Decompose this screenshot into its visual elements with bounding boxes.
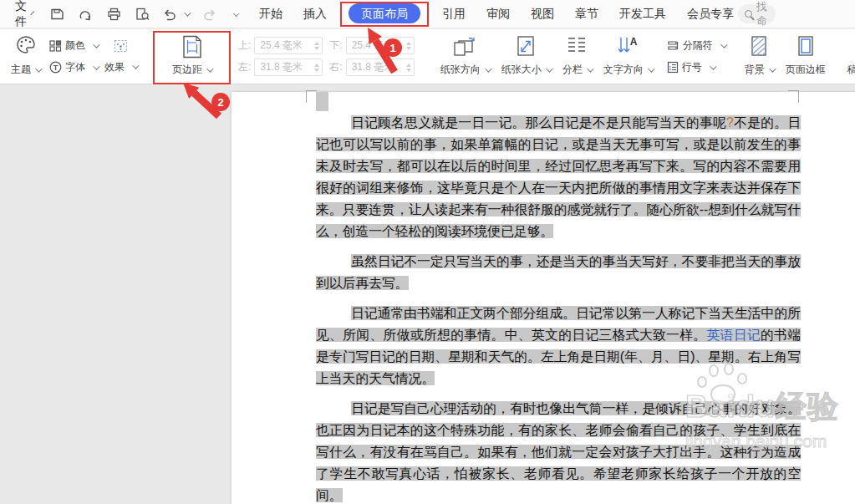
chevron-down-icon[interactable] xyxy=(30,11,34,15)
effects-label: 效果 xyxy=(104,60,125,74)
line-numbers-icon: 1 xyxy=(667,61,679,74)
columns-label: 分栏 xyxy=(562,63,583,77)
chevron-down-icon xyxy=(587,65,593,72)
tab-section[interactable]: 章节 xyxy=(571,3,603,25)
tab-member[interactable]: 会员专享 xyxy=(683,3,738,25)
line-numbers-label: 行号 xyxy=(682,60,702,74)
command-search[interactable]: 查找命令... xyxy=(738,4,776,23)
chevron-down-icon xyxy=(769,65,776,72)
undo-icon[interactable] xyxy=(162,6,179,23)
text-direction-icon: A xyxy=(616,35,639,57)
chevron-down-icon xyxy=(648,65,654,72)
ribbon: 主题 颜色 T 字体 效果 页边距 上: xyxy=(0,29,855,84)
colors-label: 颜色 xyxy=(65,38,85,53)
margin-left-label: 左: xyxy=(238,60,251,74)
text-direction-button[interactable]: A 文字方向 xyxy=(598,31,659,82)
page-border-icon xyxy=(796,35,815,57)
columns-button[interactable]: 分栏 xyxy=(557,31,598,82)
background-icon xyxy=(750,35,768,57)
selected-text: 日记是写自己心理活动的，有时也像出气筒一样，是倾诉自己心事的好对象。也正因为日记… xyxy=(316,401,801,502)
margin-bottom-label: 下: xyxy=(329,38,342,53)
theme-button[interactable]: 主题 xyxy=(5,31,46,82)
paper-orientation-icon xyxy=(452,35,477,57)
search-icon xyxy=(745,10,752,18)
paper-size-icon xyxy=(516,35,536,57)
margin-field-left: 左: 31.8 毫米 xyxy=(238,59,323,76)
stepper-icon xyxy=(406,64,411,72)
paper-size-button[interactable]: 纸张大小 xyxy=(496,31,557,82)
paragraph[interactable]: 日记是写自己心理活动的，有时也像出气筒一样，是倾诉自己心事的好对象。也正因为日记… xyxy=(316,398,801,504)
chevron-down-icon xyxy=(93,63,99,69)
breaks-group: 分隔符 1 行号 xyxy=(664,31,729,82)
paper-orientation-label: 纸张方向 xyxy=(440,63,481,77)
grid-paper-label: 稿纸设置 xyxy=(847,63,855,77)
tab-review[interactable]: 审阅 xyxy=(482,3,514,25)
fonts-label: 字体 xyxy=(65,60,85,74)
chevron-down-icon xyxy=(93,41,99,48)
margins-button[interactable]: 页边距 xyxy=(152,31,232,82)
chevron-down-icon xyxy=(35,65,42,72)
font-icon: T xyxy=(49,61,62,74)
line-numbers-button[interactable]: 1 行号 xyxy=(667,60,725,74)
page-border-button[interactable]: 页面边框 xyxy=(780,31,832,82)
tab-page-layout[interactable]: 页面布局 xyxy=(349,3,420,23)
print-preview-icon[interactable] xyxy=(134,6,150,23)
breaks-button[interactable]: 分隔符 xyxy=(667,38,725,53)
margins-icon xyxy=(182,35,202,59)
paragraph[interactable]: 日记通常由书端和正文两个部分组成。日记常以第一人称记下当天生活中的所见、所闻、所… xyxy=(316,303,801,389)
hyperlink[interactable]: 英语日记 xyxy=(706,328,760,342)
colors-button[interactable]: 颜色 xyxy=(49,38,98,53)
tab-view[interactable]: 视图 xyxy=(527,3,558,25)
margin-field-right: 右: 31.8 毫米 xyxy=(329,59,414,76)
paragraph[interactable]: 虽然日记不一定只写当天的事，还是当天的事当天写好，不要非把当天的事放到以后再去写… xyxy=(316,251,801,294)
tab-home[interactable]: 开始 xyxy=(255,3,287,25)
selection-stub xyxy=(316,92,328,111)
margin-top-label: 上: xyxy=(238,38,251,53)
document-text[interactable]: 日记顾名思义就是一日一记。那么日记是不是只能写当天的事呢?不是的。日记也可以写以… xyxy=(316,112,801,504)
selected-text: 日记顾名思义就是一日一记。那么日记是不是只能写当天的事呢 xyxy=(351,115,726,130)
paragraph[interactable]: 日记顾名思义就是一日一记。那么日记是不是只能写当天的事呢?不是的。日记也可以写以… xyxy=(316,112,801,242)
annotation-badge-2: 2 xyxy=(211,93,230,111)
annotation-badge-1: 1 xyxy=(384,38,402,57)
stepper-icon xyxy=(314,42,319,50)
tab-developer[interactable]: 开发工具 xyxy=(615,3,670,25)
chevron-down-icon xyxy=(720,41,727,48)
theme-sub-group: 颜色 T 字体 xyxy=(46,31,101,82)
margin-top-value: 25.4 毫米 xyxy=(260,38,303,53)
margin-right-label: 右: xyxy=(329,60,342,74)
svg-text:T: T xyxy=(53,64,59,72)
document-page[interactable]: 日记顾名思义就是一日一记。那么日记是不是只能写当天的事呢?不是的。日记也可以写以… xyxy=(232,92,855,504)
effects-col: 效果 xyxy=(101,31,140,82)
text-direction-label: 文字方向 xyxy=(603,63,644,77)
background-button[interactable]: 背景 xyxy=(739,31,780,82)
fonts-button[interactable]: T 字体 xyxy=(49,60,98,74)
undo-dropdown-icon[interactable] xyxy=(184,9,191,16)
chevron-down-icon xyxy=(206,65,213,72)
breaks-label: 分隔符 xyxy=(683,38,713,53)
chevron-down-icon xyxy=(546,65,552,72)
tab-references[interactable]: 引用 xyxy=(438,3,470,25)
tab-insert[interactable]: 插入 xyxy=(299,3,331,25)
background-label: 背景 xyxy=(745,63,765,77)
export-icon[interactable] xyxy=(77,6,94,23)
breaks-icon xyxy=(667,40,679,51)
margin-left-value: 31.8 毫米 xyxy=(260,60,303,74)
grid-paper-button[interactable]: 稿纸设置 xyxy=(842,31,855,82)
chevron-down-icon xyxy=(485,65,491,72)
margin-right-value: 31.8 毫米 xyxy=(352,60,394,74)
document-canvas: 日记顾名思义就是一日一记。那么日记是不是只能写当天的事呢?不是的。日记也可以写以… xyxy=(0,85,855,504)
selected-text: 虽然日记不一定只写当天的事，还是当天的事当天写好，不要非把当天的事放到以后再去写… xyxy=(316,254,801,290)
stepper-icon xyxy=(314,64,319,72)
paper-orientation-button[interactable]: 纸张方向 xyxy=(435,31,496,82)
print-icon[interactable] xyxy=(105,6,122,23)
stepper-icon xyxy=(406,42,411,50)
margins-label: 页边距 xyxy=(172,63,202,77)
effects-button[interactable]: 效果 xyxy=(104,60,137,74)
file-menu[interactable]: 文件 xyxy=(15,0,27,29)
margin-cropmark-right xyxy=(788,90,799,103)
title-tab-bar: 文件 开始 插入 页面布局 引用 审阅 视图 章 xyxy=(0,0,855,28)
chevron-down-icon xyxy=(710,63,716,69)
collapse-toolbar-icon[interactable] xyxy=(233,10,240,17)
save-icon[interactable] xyxy=(48,6,65,23)
svg-text:1: 1 xyxy=(669,65,672,71)
